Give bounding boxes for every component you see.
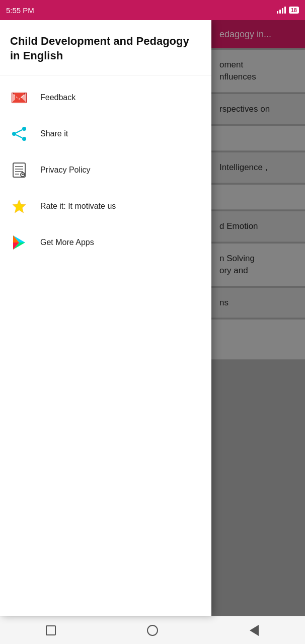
- share-label: Share it: [40, 129, 68, 138]
- playstore-icon: [10, 233, 28, 252]
- svg-line-8: [16, 135, 22, 138]
- status-icons: 18: [277, 7, 299, 14]
- main-container: Child Development and Pedagogy in Englis…: [0, 20, 305, 616]
- status-time: 5:55 PM: [6, 6, 34, 15]
- back-button[interactable]: [242, 618, 267, 643]
- menu-item-rate[interactable]: Rate it: It motivate us: [0, 188, 211, 224]
- drawer-header: Child Development and Pedagogy in Englis…: [0, 20, 211, 75]
- svg-point-6: [22, 137, 26, 141]
- recent-button[interactable]: [38, 618, 63, 643]
- menu-item-more-apps[interactable]: Get More Apps: [0, 224, 211, 261]
- menu-item-privacy[interactable]: Privacy Policy: [0, 152, 211, 188]
- status-bar: 5:55 PM 18: [0, 0, 305, 20]
- svg-rect-16: [22, 174, 24, 175]
- battery-icon: 18: [289, 7, 299, 14]
- svg-point-5: [12, 132, 16, 136]
- gmail-icon: M: [10, 89, 28, 107]
- svg-point-4: [22, 127, 26, 131]
- back-icon: [250, 625, 259, 636]
- privacy-icon: [10, 161, 28, 179]
- drawer: Child Development and Pedagogy in Englis…: [0, 20, 211, 616]
- drawer-title: Child Development and Pedagogy in Englis…: [10, 34, 201, 63]
- home-icon: [147, 625, 158, 636]
- nav-bar: [0, 616, 305, 644]
- feedback-label: Feedback: [40, 93, 75, 102]
- svg-line-7: [16, 130, 22, 133]
- more-apps-label: Get More Apps: [40, 238, 94, 247]
- svg-marker-17: [13, 200, 26, 213]
- rate-label: Rate it: It motivate us: [40, 202, 116, 211]
- drawer-menu: M Feedback Share it: [0, 75, 211, 616]
- menu-item-feedback[interactable]: M Feedback: [0, 79, 211, 116]
- signal-icon: [277, 7, 286, 14]
- privacy-label: Privacy Policy: [40, 166, 91, 175]
- rate-icon: [10, 197, 28, 215]
- menu-item-share[interactable]: Share it: [0, 116, 211, 152]
- recent-icon: [46, 625, 56, 635]
- svg-text:M: M: [15, 94, 21, 102]
- home-button[interactable]: [140, 618, 165, 643]
- share-icon: [10, 125, 28, 143]
